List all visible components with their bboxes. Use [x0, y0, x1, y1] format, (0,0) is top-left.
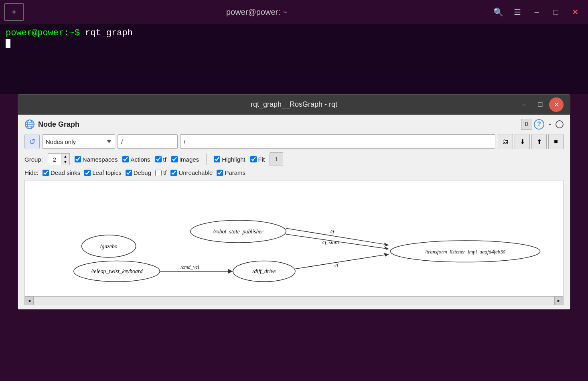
svg-text:/teleop_twist_keyboard: /teleop_twist_keyboard [91, 268, 143, 274]
save-down-icon: ⬇ [520, 138, 525, 146]
terminal-close-button[interactable]: ✕ [566, 3, 584, 21]
rqt-close-button[interactable]: ✕ [549, 97, 564, 112]
rqt-window: rqt_graph__RosGraph - rqt – □ ✕ [18, 94, 570, 310]
options-row: Group: 2 ▲ ▼ Namespaces Actions tf [24, 152, 564, 166]
graph-canvas[interactable]: /gazebo /robot_state_publisher /teleop_t… [24, 180, 564, 296]
num-button[interactable]: 1 [270, 152, 283, 166]
debug-label: Debug [134, 169, 151, 176]
svg-text:/gazebo: /gazebo [100, 243, 118, 249]
params-checkbox[interactable]: Params [217, 169, 245, 176]
spin-down-button[interactable]: ▼ [61, 159, 69, 165]
terminal-search-button[interactable]: 🔍 [489, 3, 507, 21]
graph-scrollbar[interactable]: ◀ ▶ [24, 296, 564, 305]
close-icon: ✕ [554, 100, 560, 109]
debug-checkbox[interactable]: Debug [126, 169, 151, 176]
hide-tf-label: tf [163, 169, 166, 176]
svg-text:/robot_state_publisher: /robot_state_publisher [213, 229, 264, 235]
group-value: 2 [48, 156, 61, 163]
circle-button[interactable] [556, 120, 564, 128]
scroll-track[interactable] [34, 297, 554, 305]
refresh-button[interactable]: ↺ [24, 134, 40, 149]
search-icon: 🔍 [493, 7, 503, 17]
terminal-window-controls: 🔍 ☰ – □ ✕ [489, 3, 584, 21]
maximize-icon: □ [554, 8, 558, 17]
d-button[interactable]: D [521, 119, 532, 130]
terminal-maximize-button[interactable]: □ [547, 3, 565, 21]
hide-label: Hide: [24, 169, 39, 176]
actions-checkbox[interactable]: Actions [122, 156, 150, 163]
spin-up-button[interactable]: ▲ [61, 154, 69, 159]
unreachable-check-input[interactable] [170, 170, 177, 176]
highlight-check-input[interactable] [214, 156, 220, 162]
group-label: Group: [24, 156, 43, 163]
tf-check-input[interactable] [155, 156, 162, 162]
dead-sinks-check-input[interactable] [43, 170, 49, 176]
screenshot-button[interactable]: ■ [548, 134, 564, 149]
params-check-input[interactable] [217, 170, 223, 176]
dead-sinks-checkbox[interactable]: Dead sinks [43, 169, 80, 176]
terminal-prompt: power@power:~$ [6, 28, 80, 38]
terminal-menu-button[interactable]: ☰ [509, 3, 526, 21]
debug-check-input[interactable] [126, 170, 132, 176]
rqt-title: rqt_graph__RosGraph - rqt [204, 100, 384, 109]
tf-label: tf [163, 156, 166, 163]
screenshot-icon: ■ [554, 138, 558, 145]
export-button[interactable]: ⬆ [531, 134, 547, 149]
svg-text:/tf: /tf [333, 262, 339, 268]
terminal-content: power@power:~$ rqt_graph [0, 24, 588, 94]
hide-tf-checkbox[interactable]: tf [155, 169, 166, 176]
images-check-input[interactable] [171, 156, 178, 162]
node-graph-title: Node Graph [24, 119, 79, 130]
new-tab-button[interactable]: + [4, 3, 24, 21]
group-spinbox[interactable]: 2 ▲ ▼ [48, 153, 70, 165]
refresh-icon: ↺ [29, 137, 36, 146]
scroll-right-button[interactable]: ▶ [554, 296, 563, 305]
close-icon: ✕ [572, 7, 579, 17]
hide-row: Hide: Dead sinks Leaf topics Debug tf Un… [24, 169, 564, 176]
rqt-minimize-button[interactable]: – [517, 97, 531, 112]
terminal-command: rqt_graph [80, 28, 133, 38]
svg-text:/diff_drive: /diff_drive [252, 268, 276, 274]
group-spin-arrows: ▲ ▼ [61, 154, 69, 165]
hide-tf-check-input[interactable] [155, 170, 162, 176]
leaf-topics-check-input[interactable] [84, 170, 91, 176]
leaf-topics-checkbox[interactable]: Leaf topics [84, 169, 122, 176]
filter1-input[interactable] [118, 134, 178, 149]
graph-svg: /gazebo /robot_state_publisher /teleop_t… [25, 180, 563, 296]
load-button[interactable]: 🗂 [498, 134, 513, 149]
node-graph-header-controls: D ? - [521, 119, 564, 130]
svg-line-21 [295, 254, 389, 269]
node-graph-header: Node Graph D ? - [24, 119, 564, 130]
dead-sinks-label: Dead sinks [51, 169, 80, 176]
actions-label: Actions [130, 156, 150, 163]
info-button[interactable]: ? [534, 119, 544, 130]
scroll-left-button[interactable]: ◀ [25, 296, 34, 305]
svg-text:/cmd_vel: /cmd_vel [180, 264, 199, 270]
terminal-minimize-button[interactable]: – [528, 3, 545, 21]
save-button[interactable]: ⬇ [515, 134, 530, 149]
namespaces-checkbox[interactable]: Namespaces [75, 156, 118, 163]
globe-icon [24, 119, 35, 130]
filter2-input[interactable] [180, 134, 495, 149]
images-checkbox[interactable]: Images [171, 156, 199, 163]
dash-button[interactable]: - [546, 120, 554, 129]
load-icon: 🗂 [502, 138, 509, 145]
svg-marker-25 [228, 269, 233, 274]
namespaces-check-input[interactable] [75, 156, 81, 162]
fit-check-input[interactable] [250, 156, 257, 162]
terminal-cursor-line [6, 38, 582, 48]
terminal-cursor [6, 39, 10, 48]
export-icon: ⬆ [537, 138, 542, 146]
display-mode-dropdown[interactable]: Nodes only Nodes/Topics (all) Nodes/Topi… [42, 134, 115, 149]
tf-checkbox[interactable]: tf [155, 156, 166, 163]
rqt-maximize-button[interactable]: □ [533, 97, 547, 112]
namespaces-label: Namespaces [83, 156, 118, 163]
menu-icon: ☰ [514, 7, 521, 17]
fit-label: Fit [258, 156, 265, 163]
highlight-checkbox[interactable]: Highlight [214, 156, 245, 163]
new-tab-icon: + [12, 7, 17, 17]
fit-checkbox[interactable]: Fit [250, 156, 265, 163]
highlight-label: Highlight [222, 156, 245, 163]
actions-check-input[interactable] [122, 156, 129, 162]
unreachable-checkbox[interactable]: Unreachable [170, 169, 213, 176]
